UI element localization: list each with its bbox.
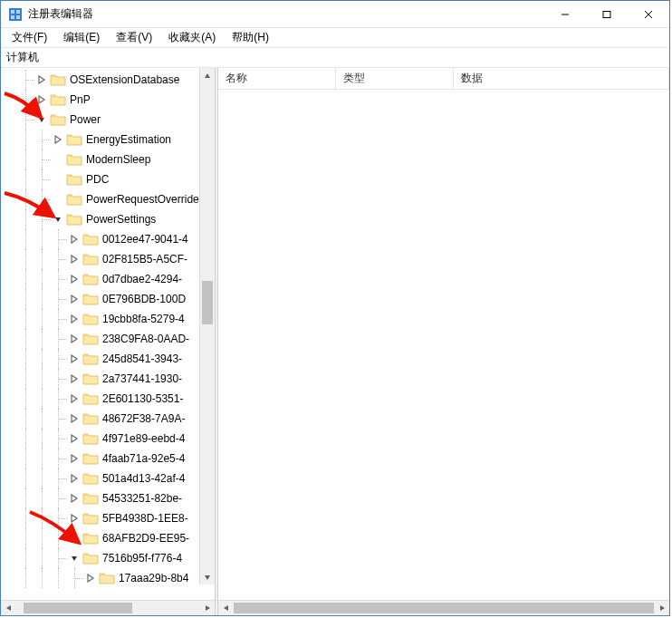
chevron-right-icon[interactable] <box>35 73 48 86</box>
tree-item-label: PowerRequestOverride <box>86 193 199 206</box>
tree-item[interactable]: 0012ee47-9041-4 <box>1 229 215 249</box>
expander-placeholder <box>52 193 64 206</box>
chevron-right-icon[interactable] <box>68 512 81 525</box>
chevron-right-icon[interactable] <box>68 253 81 266</box>
tree-item[interactable]: PowerRequestOverride <box>1 189 215 209</box>
scroll-right-icon[interactable] <box>199 601 215 616</box>
scroll-left-icon[interactable] <box>1 601 16 616</box>
tree-vertical-scrollbar[interactable] <box>199 68 215 584</box>
tree-item[interactable]: 5FB4938D-1EE8- <box>1 508 215 528</box>
chevron-down-icon[interactable] <box>35 113 48 126</box>
tree-item[interactable]: 238C9FA8-0AAD- <box>1 329 215 349</box>
list-horizontal-scrollbar[interactable] <box>218 600 669 615</box>
tree-item[interactable]: PowerSettings <box>1 209 215 229</box>
tree-item[interactable]: 2a737441-1930- <box>1 369 215 389</box>
scroll-up-icon[interactable] <box>200 68 215 83</box>
menu-help[interactable]: 帮助(H) <box>225 28 276 47</box>
menu-view[interactable]: 查看(V) <box>109 28 159 47</box>
column-type[interactable]: 类型 <box>336 68 454 89</box>
list-header: 名称 类型 数据 <box>218 68 669 90</box>
tree-item[interactable]: PnP <box>1 90 215 110</box>
list-hscroll-track[interactable] <box>234 601 654 615</box>
list-hscroll-thumb[interactable] <box>234 603 654 613</box>
tree-item[interactable]: 02F815B5-A5CF- <box>1 249 215 269</box>
tree-item[interactable]: 4faab71a-92e5-4 <box>1 449 215 468</box>
chevron-down-icon[interactable] <box>52 213 64 226</box>
tree-item-label: 2E601130-5351- <box>102 392 183 405</box>
tree-item[interactable]: 54533251-82be- <box>1 488 215 508</box>
tree-scroll-area[interactable]: OSExtensionDatabasePnPPowerEnergyEstimat… <box>1 68 215 600</box>
maximize-button[interactable] <box>586 1 628 27</box>
scroll-left-icon[interactable] <box>218 601 234 616</box>
chevron-right-icon[interactable] <box>68 452 81 465</box>
chevron-right-icon[interactable] <box>68 492 81 505</box>
tree-item[interactable]: Power <box>1 110 215 130</box>
tree-item[interactable]: 4f971e89-eebd-4 <box>1 429 215 449</box>
tree-vscroll-thumb[interactable] <box>202 281 213 324</box>
list-body[interactable] <box>218 90 669 600</box>
tree-item-label: PnP <box>70 93 91 106</box>
close-button[interactable] <box>628 1 669 27</box>
folder-icon <box>82 252 99 266</box>
folder-icon <box>82 451 99 466</box>
chevron-right-icon[interactable] <box>68 333 81 345</box>
tree-item-label: 4f971e89-eebd-4 <box>102 432 185 445</box>
tree-item[interactable]: 501a4d13-42af-4 <box>1 468 215 488</box>
tree-item[interactable]: 68AFB2D9-EE95- <box>1 528 215 548</box>
tree-item[interactable]: 48672F38-7A9A- <box>1 409 215 429</box>
chevron-down-icon[interactable] <box>68 552 81 565</box>
tree-vscroll-track[interactable] <box>200 83 215 569</box>
chevron-right-icon[interactable] <box>68 472 81 485</box>
tree-item[interactable]: 19cbb8fa-5279-4 <box>1 309 215 329</box>
column-name[interactable]: 名称 <box>218 68 336 89</box>
tree-hscroll-thumb[interactable] <box>24 603 132 613</box>
folder-icon <box>66 132 82 147</box>
folder-icon <box>82 332 99 346</box>
tree-hscroll-track[interactable] <box>16 601 199 615</box>
chevron-right-icon[interactable] <box>68 532 81 545</box>
tree-item[interactable]: PDC <box>1 169 215 189</box>
tree-horizontal-scrollbar[interactable] <box>1 600 215 615</box>
scroll-down-icon[interactable] <box>200 569 215 584</box>
chevron-right-icon[interactable] <box>35 93 48 106</box>
chevron-right-icon[interactable] <box>68 432 81 445</box>
scroll-right-icon[interactable] <box>654 601 669 616</box>
tree-item-label: 68AFB2D9-EE95- <box>102 532 189 545</box>
tree-item-label: Power <box>70 113 101 126</box>
chevron-right-icon[interactable] <box>68 392 81 405</box>
folder-icon <box>82 232 99 246</box>
chevron-right-icon[interactable] <box>68 313 81 325</box>
address-bar[interactable]: 计算机 <box>1 48 669 68</box>
title-bar[interactable]: 注册表编辑器 <box>1 1 669 28</box>
tree-item[interactable]: 245d8541-3943- <box>1 349 215 369</box>
tree-item-label: 4faab71a-92e5-4 <box>102 452 185 465</box>
chevron-right-icon[interactable] <box>68 273 81 285</box>
tree-item-label: 19cbb8fa-5279-4 <box>102 313 185 325</box>
menu-file[interactable]: 文件(F) <box>5 28 54 47</box>
chevron-right-icon[interactable] <box>84 572 97 584</box>
address-text: 计算机 <box>6 50 39 65</box>
tree-item[interactable]: 7516b95f-f776-4 <box>1 548 215 568</box>
column-data[interactable]: 数据 <box>454 68 669 89</box>
chevron-right-icon[interactable] <box>68 412 81 425</box>
tree-item-label: 48672F38-7A9A- <box>102 412 185 425</box>
folder-icon <box>82 312 99 326</box>
chevron-right-icon[interactable] <box>52 133 64 146</box>
tree-item[interactable]: ModernSleep <box>1 150 215 169</box>
chevron-right-icon[interactable] <box>68 293 81 305</box>
tree-item[interactable]: 2E601130-5351- <box>1 389 215 409</box>
minimize-button[interactable] <box>544 1 586 27</box>
chevron-right-icon[interactable] <box>68 352 81 365</box>
tree-item[interactable]: OSExtensionDatabase <box>1 70 215 90</box>
menu-edit[interactable]: 编辑(E) <box>56 28 107 47</box>
menu-favorites[interactable]: 收藏夹(A) <box>161 28 223 47</box>
tree-item[interactable]: 0d7dbae2-4294- <box>1 269 215 289</box>
chevron-right-icon[interactable] <box>68 233 81 246</box>
folder-icon <box>82 292 99 306</box>
tree-item[interactable]: EnergyEstimation <box>1 130 215 150</box>
chevron-right-icon[interactable] <box>68 372 81 385</box>
tree-item[interactable]: 0E796BDB-100D <box>1 289 215 309</box>
tree-item-label: OSExtensionDatabase <box>70 73 179 86</box>
tree-item[interactable]: 17aaa29b-8b4 <box>1 568 215 588</box>
folder-icon <box>99 571 115 585</box>
